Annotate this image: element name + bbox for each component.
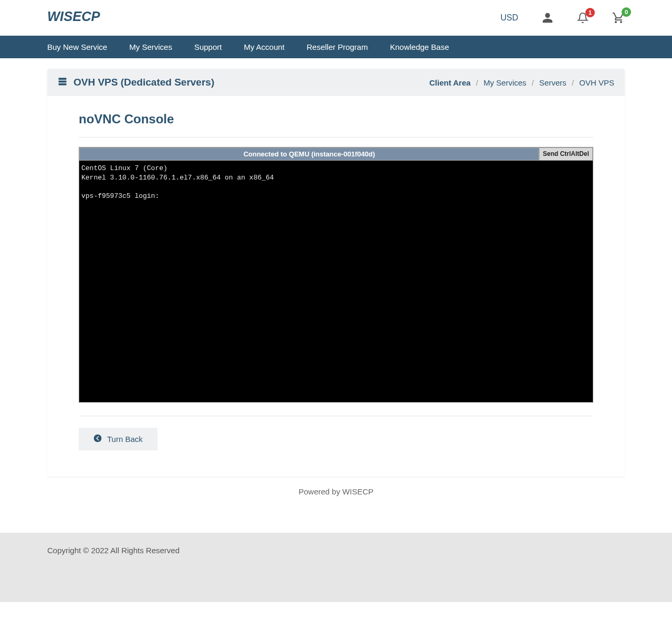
nav-my-services[interactable]: My Services bbox=[129, 36, 172, 58]
nav-knowledge-base[interactable]: Knowledge Base bbox=[390, 36, 449, 58]
server-icon bbox=[58, 77, 67, 88]
notifications-badge: 1 bbox=[585, 8, 595, 17]
page-header: OVH VPS (Dedicated Servers) Client Area … bbox=[47, 69, 625, 96]
top-header: WISECP USD 1 0 bbox=[0, 0, 672, 36]
nav-support[interactable]: Support bbox=[194, 36, 222, 58]
breadcrumb-client-area[interactable]: Client Area bbox=[429, 78, 471, 87]
breadcrumb-servers[interactable]: Servers bbox=[539, 78, 566, 87]
cart-icon[interactable]: 0 bbox=[612, 12, 625, 24]
divider bbox=[79, 416, 593, 416]
footer-bar: Copyright © 2022 All Rights Reserved bbox=[0, 533, 672, 602]
content: noVNC Console Connected to QEMU (instanc… bbox=[47, 96, 625, 477]
divider bbox=[79, 137, 593, 138]
svg-rect-2 bbox=[59, 83, 67, 86]
breadcrumb-sep: / bbox=[572, 78, 574, 87]
breadcrumb: Client Area / My Services / Servers / OV… bbox=[429, 78, 614, 87]
page-title-wrap: OVH VPS (Dedicated Servers) bbox=[58, 77, 214, 88]
cart-badge: 0 bbox=[622, 7, 631, 17]
send-ctrlaltdel-button[interactable]: Send CtrlAltDel bbox=[539, 147, 593, 161]
logo-text: WISECP bbox=[47, 9, 101, 24]
breadcrumb-my-services[interactable]: My Services bbox=[484, 78, 527, 87]
page-title: OVH VPS (Dedicated Servers) bbox=[74, 77, 214, 88]
vnc-header: Connected to QEMU (instance-001f040d) Se… bbox=[79, 147, 593, 161]
notifications-icon[interactable]: 1 bbox=[577, 12, 589, 24]
section-title: noVNC Console bbox=[79, 112, 593, 126]
svg-point-3 bbox=[94, 435, 102, 442]
terminal-line: Kernel 3.10.0-1160.76.1.el7.x86_64 on an… bbox=[81, 174, 274, 182]
footer-powered[interactable]: Powered by WISECP bbox=[47, 477, 625, 517]
turn-back-button[interactable]: Turn Back bbox=[79, 428, 158, 450]
svg-rect-1 bbox=[59, 81, 67, 83]
user-icon[interactable] bbox=[542, 12, 553, 24]
nav-reseller-program[interactable]: Reseller Program bbox=[307, 36, 368, 58]
vnc-status: Connected to QEMU (instance-001f040d) bbox=[79, 147, 539, 161]
breadcrumb-sep: / bbox=[532, 78, 534, 87]
main-nav: Buy New Service My Services Support My A… bbox=[0, 36, 672, 58]
logo[interactable]: WISECP bbox=[47, 9, 150, 27]
page-card: OVH VPS (Dedicated Servers) Client Area … bbox=[47, 69, 625, 477]
nav-buy-new-service[interactable]: Buy New Service bbox=[47, 36, 107, 58]
nav-my-account[interactable]: My Account bbox=[244, 36, 285, 58]
breadcrumb-ovh-vps[interactable]: OVH VPS bbox=[579, 78, 614, 87]
terminal-line: vps-f95973c5 login: bbox=[81, 192, 159, 200]
vnc-console: Connected to QEMU (instance-001f040d) Se… bbox=[79, 147, 593, 403]
svg-rect-0 bbox=[59, 78, 67, 80]
copyright-text: Copyright © 2022 All Rights Reserved bbox=[47, 546, 180, 555]
arrow-left-icon bbox=[93, 434, 102, 444]
vnc-terminal[interactable]: CentOS Linux 7 (Core) Kernel 3.10.0-1160… bbox=[79, 161, 593, 402]
terminal-line: CentOS Linux 7 (Core) bbox=[81, 164, 167, 172]
header-right: USD 1 0 bbox=[500, 12, 625, 24]
breadcrumb-sep: / bbox=[476, 78, 478, 87]
turn-back-label: Turn Back bbox=[107, 435, 143, 444]
currency-selector[interactable]: USD bbox=[500, 13, 518, 23]
page-container: OVH VPS (Dedicated Servers) Client Area … bbox=[0, 58, 672, 533]
